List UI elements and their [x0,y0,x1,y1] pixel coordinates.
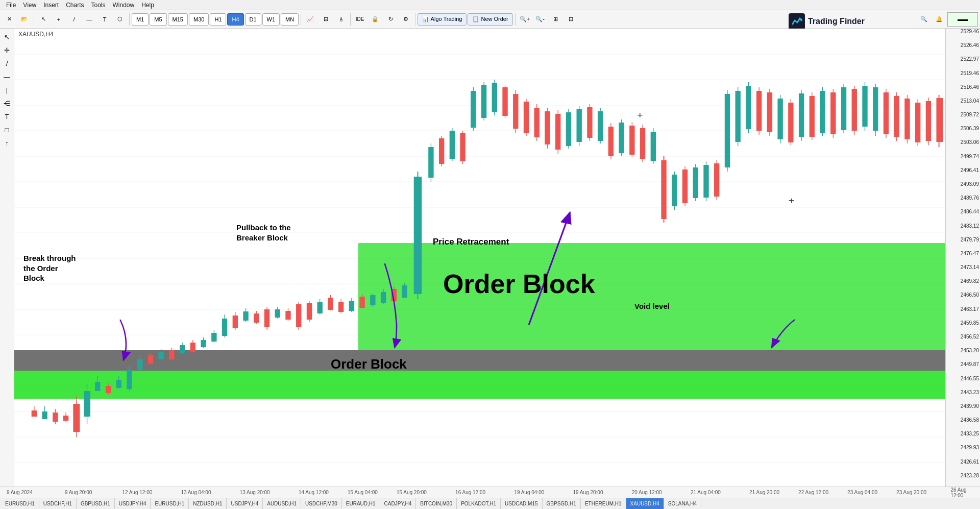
svg-rect-98 [450,131,455,159]
chart-type-line[interactable]: 📈 [303,12,317,27]
svg-rect-180 [884,92,889,134]
new-order-btn[interactable]: 📋 New Order [468,13,512,26]
order-block-green-zone [358,243,980,350]
crosshair-btn[interactable]: + [52,12,66,27]
price-label-21: 2459.85 [961,320,980,326]
sym-tab-eurusd-h1-2[interactable]: EURUSD,H1 [151,498,189,510]
sep5 [415,13,415,26]
sym-tab-gbpsgd-h1[interactable]: GBPSGD,H1 [543,498,581,510]
sym-tab-euraud-h1[interactable]: EURAUD,H1 [342,498,380,510]
refresh-btn[interactable]: ↻ [383,12,398,27]
new-button[interactable]: ✕ [2,12,16,27]
price-label-27: 2439.90 [961,403,980,409]
hline-btn[interactable]: — [82,12,96,27]
sym-tab-usdjpy-h4[interactable]: USDJPY,H4 [115,498,151,510]
zoom-in-btn[interactable]: 🔍+ [518,12,532,27]
sym-tab-bitcoin-m30[interactable]: BITCOIN,M30 [416,498,457,510]
menu-file[interactable]: File [3,2,19,9]
shapes-btn[interactable]: ⬡ [113,12,127,27]
price-label-5: 2513.04 [961,98,980,104]
sym-tab-usdcad-m15[interactable]: USDCAD,M15 [501,498,542,510]
menu-tools[interactable]: Tools [88,2,109,9]
svg-rect-40 [137,359,142,370]
sym-tab-ethereum-h1[interactable]: ETHEREUM,H1 [581,498,626,510]
sep1 [34,13,34,26]
algo-trading-btn[interactable]: 📊 Algo Trading [418,13,467,26]
search-btn[interactable]: 🔍 [917,12,931,27]
menu-window[interactable]: Window [110,2,138,9]
logo-icon [789,13,805,30]
tf-d1[interactable]: D1 [245,13,261,26]
indicator-btn[interactable]: IDE [353,12,367,27]
tf-m15[interactable]: M15 [168,13,188,26]
svg-rect-148 [714,163,719,197]
sym-tab-audusd-h1[interactable]: AUDUSD,H1 [263,498,301,510]
sym-tab-polkadot-h1[interactable]: POLKADOT,H1 [457,498,501,510]
tool-line[interactable]: / [1,57,13,69]
line-btn[interactable]: / [67,12,81,27]
time-label-6: 15 Aug 04:00 [348,490,378,495]
tool-hline[interactable]: — [1,70,13,83]
lock-btn[interactable]: 🔒 [368,12,382,27]
price-label-3: 2519.46 [961,70,980,76]
properties-btn[interactable]: ⊞ [548,12,562,27]
cursor-btn[interactable]: ↖ [36,12,51,27]
svg-rect-144 [693,167,698,198]
sym-tab-solana-h4[interactable]: SOLANA,H4 [664,498,701,510]
svg-rect-130 [619,123,624,153]
alert-btn[interactable]: 🔔 [932,12,946,27]
open-button[interactable]: 📂 [17,12,32,27]
tf-mn[interactable]: MN [281,13,299,26]
tf-w1[interactable]: W1 [262,13,280,26]
tool-crosshair[interactable]: ✛ [1,44,13,56]
tf-m30[interactable]: M30 [189,13,209,26]
tool-text[interactable]: T [1,110,13,123]
svg-rect-166 [810,96,815,137]
svg-rect-58 [233,316,238,328]
auto-scroll-btn[interactable]: ⊡ [564,12,578,27]
chart-area[interactable]: XAUUSD,H4 [14,29,980,487]
sym-tab-nzdusd-h1[interactable]: NZDUSD,H1 [189,498,227,510]
sym-tab-xauusd-h4[interactable]: XAUUSD,H4 [626,498,664,510]
sym-tab-gbpusd-h1[interactable]: GBPUSD,H1 [77,498,115,510]
svg-rect-158 [767,92,772,132]
logo-area: Trading Finder [789,13,865,30]
text-btn[interactable]: T [97,12,112,27]
price-label-19: 2466.50 [961,292,980,298]
menu-charts[interactable]: Charts [63,2,87,9]
time-label-4: 13 Aug 20:00 [240,490,270,495]
price-label-9: 2499.74 [961,154,980,159]
menu-help[interactable]: Help [138,2,157,9]
toolbar: ✕ 📂 ↖ + / — T ⬡ M1 M5 M15 M30 H1 H4 D1 W… [0,10,980,29]
svg-rect-160 [777,99,782,139]
price-scale: 2529.462526.462522.972519.462516.462513.… [945,29,980,487]
svg-rect-122 [577,109,582,142]
chart-type-candle[interactable]: 🕯 [334,12,348,27]
tf-h1[interactable]: H1 [210,13,226,26]
sym-tab-eurusd-h1[interactable]: EURUSD,H1 [1,498,39,510]
tf-h4[interactable]: H4 [227,13,243,26]
tool-arrow[interactable]: ↑ [1,137,13,149]
svg-rect-78 [338,302,344,312]
tool-shape[interactable]: □ [1,124,13,136]
menu-view[interactable]: View [20,2,39,9]
menu-insert[interactable]: Insert [40,2,62,9]
tf-m5[interactable]: M5 [150,13,166,26]
tool-cursor[interactable]: ↖ [1,31,13,43]
sym-tab-usdjpy-h4-2[interactable]: USDJPY,H4 [227,498,263,510]
tool-fib[interactable]: ⋲ [1,97,13,109]
svg-rect-182 [894,96,899,137]
sym-tab-usdchf-m30[interactable]: USDCHF,M30 [301,498,342,510]
tool-vline[interactable]: | [1,84,13,96]
sym-tab-cadjpy-h4[interactable]: CADJPY,H4 [380,498,416,510]
settings-btn[interactable]: ⚙ [399,12,413,27]
sym-tab-usdchf-h1[interactable]: USDCHF,H1 [39,498,77,510]
tf-m1[interactable]: M1 [132,13,149,26]
svg-rect-24 [53,413,58,422]
price-indicator: ▬▬ [947,12,978,27]
svg-rect-38 [127,370,132,389]
zoom-out-btn[interactable]: 🔍- [533,12,547,27]
svg-rect-94 [428,147,433,178]
svg-rect-54 [211,333,216,342]
chart-type-bar[interactable]: ⊟ [318,12,333,27]
